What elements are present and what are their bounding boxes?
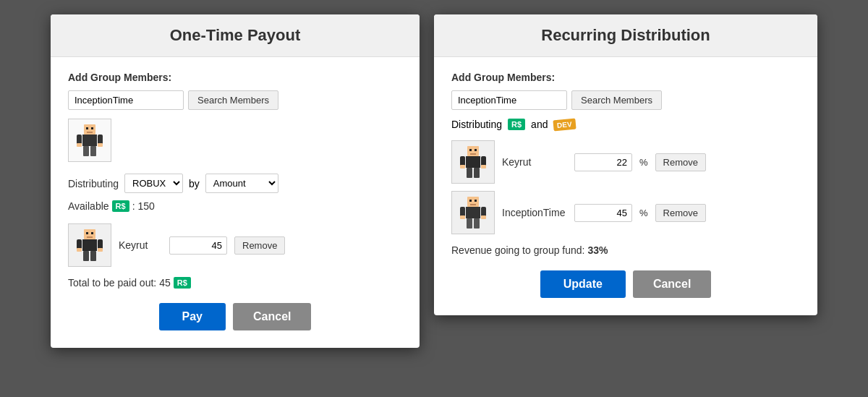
right-add-group-label: Add Group Members: bbox=[451, 72, 800, 83]
svg-rect-10 bbox=[90, 146, 96, 156]
svg-rect-15 bbox=[82, 239, 97, 251]
update-button[interactable]: Update bbox=[540, 270, 626, 298]
right-remove-btn-1[interactable]: Remove bbox=[655, 204, 706, 222]
left-total-label: Total to be paid out: bbox=[68, 277, 156, 289]
right-revenue-row: Revenue going to group fund: 33% bbox=[451, 244, 800, 256]
svg-rect-18 bbox=[77, 248, 82, 252]
left-button-row: Pay Cancel bbox=[68, 303, 402, 330]
pay-button[interactable]: Pay bbox=[159, 303, 226, 330]
left-avatar-image bbox=[75, 123, 104, 158]
svg-rect-1 bbox=[86, 127, 88, 129]
left-currency-select[interactable]: ROBUX bbox=[124, 174, 183, 193]
svg-rect-3 bbox=[87, 132, 93, 133]
right-search-row: Search Members bbox=[451, 90, 800, 110]
svg-rect-14 bbox=[87, 236, 93, 238]
left-available-row: Available R$ : 150 bbox=[68, 200, 402, 212]
svg-rect-39 bbox=[481, 207, 486, 217]
svg-rect-40 bbox=[460, 215, 465, 219]
left-distribution-select[interactable]: Amount Percentage bbox=[205, 174, 278, 193]
svg-rect-13 bbox=[91, 232, 93, 234]
right-member-avatar-0 bbox=[451, 140, 495, 184]
svg-rect-29 bbox=[460, 165, 465, 168]
left-distributing-row: Distributing ROBUX by Amount Percentage bbox=[68, 174, 402, 193]
right-search-button[interactable]: Search Members bbox=[571, 90, 662, 110]
left-search-row: Search Members bbox=[68, 90, 402, 110]
svg-rect-42 bbox=[467, 218, 472, 229]
right-distributing-row: Distributing R$ and DEV bbox=[451, 119, 800, 130]
left-remove-btn-0[interactable]: Remove bbox=[234, 236, 285, 255]
right-member-avatar-1 bbox=[451, 191, 495, 234]
svg-rect-17 bbox=[98, 239, 103, 249]
left-selected-avatar bbox=[68, 119, 111, 162]
svg-rect-4 bbox=[82, 135, 97, 146]
svg-rect-28 bbox=[481, 156, 486, 166]
svg-rect-9 bbox=[83, 146, 89, 156]
left-available-colon: : bbox=[132, 200, 135, 212]
svg-rect-36 bbox=[470, 204, 476, 205]
right-revenue-label: Revenue going to group fund: bbox=[451, 244, 584, 256]
right-button-row: Update Cancel bbox=[451, 270, 800, 298]
svg-rect-38 bbox=[460, 207, 465, 217]
left-robux-icon: R$ bbox=[112, 200, 129, 212]
one-time-payout-modal: One-Time Payout Add Group Members: Searc… bbox=[51, 14, 420, 348]
left-total-amount: 45 bbox=[159, 277, 171, 289]
right-search-input[interactable] bbox=[451, 90, 567, 110]
svg-rect-32 bbox=[474, 168, 480, 178]
right-member-row-1: InceptionTime % Remove bbox=[451, 191, 800, 234]
right-member-avatar-image-1 bbox=[459, 195, 488, 230]
left-total-robux-icon: R$ bbox=[174, 277, 191, 289]
right-and-label: and bbox=[531, 119, 548, 130]
right-revenue-percent: 33% bbox=[587, 244, 608, 256]
svg-rect-30 bbox=[481, 165, 486, 168]
left-search-input[interactable] bbox=[68, 90, 184, 110]
left-member-avatar-image-0 bbox=[75, 228, 104, 262]
right-member-name-1: InceptionTime bbox=[502, 207, 567, 218]
right-distributing-label: Distributing bbox=[451, 119, 502, 130]
right-member-percent-1[interactable] bbox=[574, 204, 632, 222]
right-percent-label-0: % bbox=[639, 157, 648, 168]
left-distributing-label: Distributing bbox=[68, 178, 119, 189]
svg-rect-37 bbox=[466, 207, 480, 218]
svg-rect-2 bbox=[91, 127, 93, 129]
left-modal-title: One-Time Payout bbox=[51, 14, 420, 57]
left-cancel-button[interactable]: Cancel bbox=[233, 303, 311, 330]
right-member-percent-0[interactable] bbox=[574, 153, 632, 171]
right-member-name-0: Keyrut bbox=[502, 156, 567, 168]
svg-rect-41 bbox=[481, 215, 486, 219]
svg-rect-31 bbox=[467, 168, 472, 178]
left-member-name-0: Keyrut bbox=[119, 239, 162, 251]
right-member-row-0: Keyrut % Remove bbox=[451, 140, 800, 184]
left-available-amount: 150 bbox=[138, 200, 155, 212]
svg-rect-7 bbox=[77, 143, 82, 147]
svg-rect-34 bbox=[469, 200, 472, 202]
recurring-distribution-modal: Recurring Distribution Add Group Members… bbox=[434, 14, 817, 315]
svg-rect-25 bbox=[470, 153, 476, 155]
left-total-row: Total to be paid out: 45 R$ bbox=[68, 277, 402, 289]
left-add-group-label: Add Group Members: bbox=[68, 72, 402, 83]
svg-rect-16 bbox=[77, 239, 82, 249]
left-available-label: Available bbox=[68, 200, 109, 212]
left-by-label: by bbox=[189, 178, 200, 189]
svg-rect-21 bbox=[90, 251, 96, 261]
svg-rect-6 bbox=[98, 135, 103, 145]
svg-rect-26 bbox=[466, 156, 480, 168]
right-remove-btn-0[interactable]: Remove bbox=[655, 153, 706, 171]
svg-rect-8 bbox=[98, 143, 103, 147]
svg-rect-12 bbox=[86, 232, 88, 234]
right-member-avatar-image-0 bbox=[459, 145, 488, 179]
svg-rect-20 bbox=[83, 251, 89, 261]
svg-rect-27 bbox=[460, 156, 465, 166]
svg-rect-24 bbox=[475, 149, 477, 151]
svg-rect-35 bbox=[475, 200, 477, 202]
right-percent-label-1: % bbox=[639, 208, 648, 218]
svg-rect-19 bbox=[98, 248, 103, 252]
svg-rect-5 bbox=[77, 135, 82, 145]
left-search-button[interactable]: Search Members bbox=[188, 90, 278, 110]
left-member-avatar-0 bbox=[68, 223, 111, 267]
left-member-amount-0[interactable] bbox=[169, 236, 227, 255]
right-dev-badge: DEV bbox=[553, 118, 576, 131]
right-cancel-button[interactable]: Cancel bbox=[633, 270, 711, 298]
svg-rect-43 bbox=[474, 218, 480, 229]
left-member-row-0: Keyrut Remove bbox=[68, 223, 402, 267]
svg-rect-23 bbox=[469, 149, 472, 151]
